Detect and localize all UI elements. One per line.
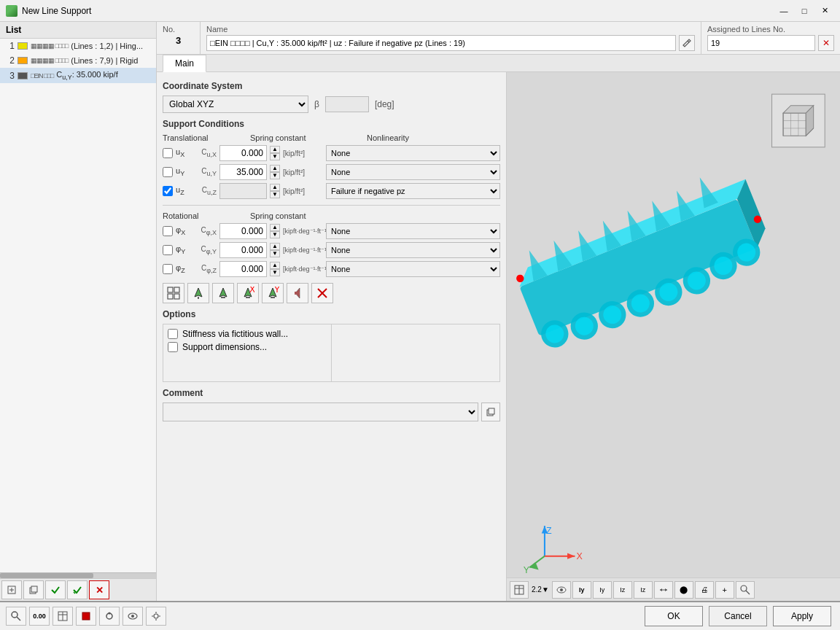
- item-icons: ▦▦▦▦ □□□□: [31, 57, 68, 64]
- list-tool-add[interactable]: [1, 580, 22, 599]
- support-icon-pin4[interactable]: Y: [262, 283, 284, 303]
- item-color-swatch: [18, 42, 28, 50]
- beta-input[interactable]: [325, 96, 369, 112]
- phiy-nonlin-select[interactable]: None: [326, 242, 500, 258]
- option-checkbox-2[interactable]: [168, 342, 178, 352]
- uz-row: uZ Cu,Z ▲ ▼ [kip/ft²] Failure if negativ…: [163, 183, 500, 199]
- list-item[interactable]: 1 ▦▦▦▦ □□□□ (Lines : 1,2) | Hing...: [0, 39, 156, 53]
- uy-checkbox[interactable]: [163, 167, 173, 177]
- phix-nonlin-select[interactable]: None: [326, 223, 500, 239]
- view-tool-iy[interactable]: Iy: [572, 581, 591, 599]
- title-bar-controls[interactable]: — □ ✕: [774, 4, 834, 18]
- support-icon-back[interactable]: [287, 283, 308, 303]
- ux-spring-input[interactable]: [219, 145, 267, 161]
- list-tool-delete[interactable]: ✕: [89, 580, 109, 599]
- view-tool-iy2[interactable]: Iy: [593, 581, 612, 599]
- name-input[interactable]: [206, 35, 676, 51]
- number-btn[interactable]: 0.00: [29, 607, 50, 626]
- ok-button[interactable]: OK: [645, 606, 703, 626]
- uy-spring-input[interactable]: [219, 164, 267, 180]
- table-btn[interactable]: [52, 607, 73, 626]
- 3d-viewport[interactable]: Z X Y: [507, 72, 840, 601]
- node-btn[interactable]: [99, 607, 120, 626]
- option-checkbox-1[interactable]: [168, 329, 178, 339]
- nav-cube[interactable]: [772, 94, 825, 147]
- view-tool-move[interactable]: ⬤: [674, 581, 693, 599]
- view-tool-zoomin[interactable]: +: [715, 581, 734, 599]
- assigned-clear-button[interactable]: ✕: [818, 35, 834, 51]
- comment-copy-button[interactable]: [481, 402, 500, 421]
- ux-spin-up[interactable]: ▲: [270, 146, 280, 153]
- list-scrollbar[interactable]: [0, 572, 156, 578]
- red-box-btn[interactable]: [76, 607, 96, 626]
- uy-spring-label: Cu,Y: [196, 167, 217, 177]
- ux-spin-down[interactable]: ▼: [270, 153, 280, 160]
- support-icon-pin3[interactable]: X: [237, 283, 259, 303]
- coord-system-select[interactable]: Global XYZ Local: [163, 96, 308, 113]
- view-tool-arrows[interactable]: [654, 581, 673, 599]
- phiy-spin-down[interactable]: ▼: [270, 250, 280, 257]
- uz-checkbox[interactable]: [163, 186, 173, 196]
- support-icon-clear[interactable]: [311, 283, 333, 303]
- view-tool-search[interactable]: [736, 581, 755, 599]
- scrollbar-thumb[interactable]: [0, 573, 93, 578]
- uy-spin-down[interactable]: ▼: [270, 172, 280, 179]
- list-item[interactable]: 2 ▦▦▦▦ □□□□ (Lines : 7,9) | Rigid: [0, 53, 156, 68]
- apply-button[interactable]: Apply: [773, 606, 831, 626]
- phiz-spring-input[interactable]: [219, 261, 267, 277]
- ux-checkbox[interactable]: [163, 148, 173, 158]
- phix-spinners: ▲ ▼: [270, 224, 280, 238]
- phiz-spin-up[interactable]: ▲: [270, 262, 280, 269]
- phiz-spin-down[interactable]: ▼: [270, 269, 280, 276]
- search-button[interactable]: [6, 607, 26, 626]
- options-title: Options: [163, 309, 500, 319]
- phix-checkbox[interactable]: [163, 226, 173, 236]
- svg-rect-57: [783, 113, 806, 136]
- name-edit-button[interactable]: [679, 35, 695, 51]
- assigned-input[interactable]: [707, 35, 815, 51]
- support-icon-pin2[interactable]: [212, 283, 234, 303]
- phiz-nonlin-select[interactable]: None: [326, 261, 500, 277]
- phix-spin-up[interactable]: ▲: [270, 224, 280, 231]
- svg-marker-12: [219, 288, 227, 297]
- list-header: List: [0, 22, 156, 39]
- phiz-checkbox[interactable]: [163, 264, 173, 274]
- maximize-button[interactable]: □: [795, 4, 814, 18]
- phiy-spin-up[interactable]: ▲: [270, 243, 280, 250]
- view-tool-print[interactable]: 🖨: [695, 581, 714, 599]
- support-icon-pin1[interactable]: [187, 283, 209, 303]
- list-tool-copy[interactable]: [23, 580, 44, 599]
- phix-spin-down[interactable]: ▼: [270, 231, 280, 238]
- close-button[interactable]: ✕: [815, 4, 834, 18]
- view-tool-iz2[interactable]: Iz: [634, 581, 653, 599]
- cancel-button[interactable]: Cancel: [709, 606, 767, 626]
- support-icon-grid[interactable]: [163, 283, 184, 303]
- uz-nonlin-select[interactable]: Failure if negative pz None: [326, 183, 500, 199]
- uz-spin-up[interactable]: ▲: [270, 184, 280, 191]
- tab-main[interactable]: Main: [163, 55, 206, 72]
- uy-nonlin-select[interactable]: None: [326, 164, 500, 180]
- view-tool-iz[interactable]: Iz: [613, 581, 632, 599]
- comment-input[interactable]: [163, 402, 478, 421]
- list-tool-check2[interactable]: [67, 580, 88, 599]
- assigned-section: Assigned to Lines No. ✕: [701, 22, 840, 54]
- minimize-button[interactable]: —: [774, 4, 793, 18]
- phiz-unit: [kipft·deg⁻¹·ft⁻¹]: [283, 265, 323, 273]
- ux-nonlin-select[interactable]: None: [326, 145, 500, 161]
- phiy-spring-input[interactable]: [219, 242, 267, 258]
- phix-spring-input[interactable]: [219, 223, 267, 239]
- uz-spring-input[interactable]: [219, 183, 267, 199]
- list-item[interactable]: 3 □EIN □□□ Cu,Y: 35.000 kip/f: [0, 68, 156, 83]
- settings-btn[interactable]: [146, 607, 166, 626]
- uy-spin-up[interactable]: ▲: [270, 165, 280, 172]
- uz-spin-down[interactable]: ▼: [270, 191, 280, 198]
- phiy-checkbox[interactable]: [163, 245, 173, 255]
- phiz-dof: φZ: [176, 263, 193, 274]
- view-tool-table[interactable]: [510, 581, 529, 599]
- list-tool-check[interactable]: [45, 580, 66, 599]
- bottom-left-tools: 0.00: [0, 607, 172, 626]
- arrows-icon: [658, 585, 669, 595]
- eye-btn[interactable]: [122, 607, 143, 626]
- beta-label: β: [314, 99, 319, 109]
- view-tool-eye[interactable]: [552, 581, 571, 599]
